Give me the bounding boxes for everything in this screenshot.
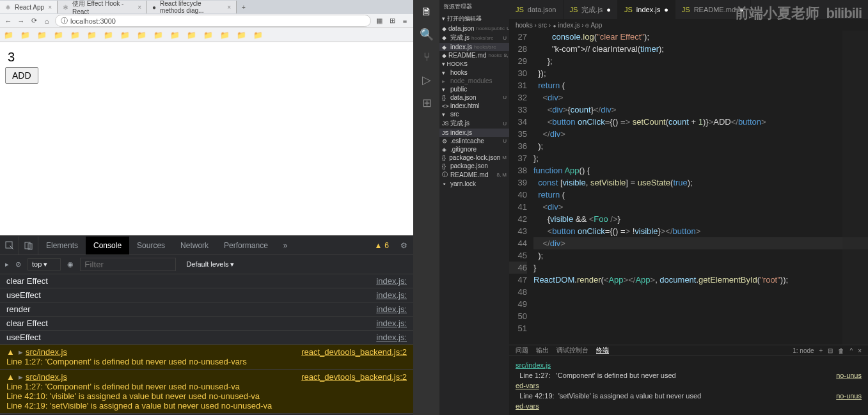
reload-icon[interactable]: ⟳ (29, 17, 38, 25)
close-icon[interactable]: × (227, 4, 231, 11)
bookmark-folder[interactable]: 📁 (170, 31, 179, 40)
new-tab-button[interactable]: + (237, 4, 251, 11)
workspace-section[interactable]: ▾ HOOKS (439, 59, 509, 68)
terminal-tab[interactable]: 输出 (536, 346, 549, 355)
debug-icon[interactable]: ▷ (422, 73, 431, 87)
tree-item[interactable]: ▾hooks (439, 68, 509, 77)
open-editor-item[interactable]: ◆README.md hooks8, M (439, 51, 509, 59)
code-editor[interactable]: 2728293031323334353637383940414243444546… (509, 31, 868, 345)
extensions-icon[interactable]: ⊞ (422, 96, 432, 110)
log-warning[interactable]: ▲▸src/index.jsreact_devtools_backend.js:… (0, 370, 413, 414)
bookmark-folder[interactable]: 📁 (187, 31, 196, 40)
menu-icon[interactable]: ≡ (400, 17, 409, 25)
close-icon[interactable]: × (138, 4, 141, 11)
browser-tab[interactable]: ●React lifecycle methods diag...× (147, 1, 237, 13)
bookmark-folder[interactable]: 📁 (104, 31, 113, 40)
tree-item[interactable]: ▾public (439, 85, 509, 93)
log-row[interactable]: clear Effectindex.js: (0, 274, 413, 288)
tree-item[interactable]: {}data.jsonU (439, 93, 509, 102)
terminal-select[interactable]: 1: node (793, 347, 814, 354)
devtools-tab[interactable]: Console (86, 237, 129, 254)
devtools: ElementsConsoleSourcesNetworkPerformance… (0, 235, 413, 415)
devtools-tab[interactable]: Network (173, 237, 216, 254)
extension-icon[interactable]: ▦ (375, 17, 384, 25)
source-control-icon[interactable]: ⑂ (423, 51, 430, 64)
trash-icon[interactable]: 🗑 (838, 347, 844, 354)
qr-icon[interactable]: ⊞ (388, 17, 397, 25)
close-icon[interactable]: × (858, 347, 862, 354)
log-row[interactable]: useEffectindex.js: (0, 331, 413, 345)
bookmark-folder[interactable]: 📁 (4, 31, 13, 40)
open-editor-item[interactable]: ◆完成.js hooks/srcU (439, 33, 509, 43)
gear-icon[interactable]: ⚙ (394, 241, 413, 250)
terminal-tab[interactable]: 问题 (516, 346, 528, 355)
chevron-up-icon[interactable]: ^ (849, 347, 853, 354)
device-icon[interactable] (19, 237, 38, 254)
tree-item[interactable]: ⚙.eslintcacheU (439, 137, 509, 145)
inspect-icon[interactable] (0, 237, 19, 254)
log-row[interactable]: clear Effectindex.js: (0, 317, 413, 331)
tree-item[interactable]: ▸node_modules (439, 77, 509, 85)
tree-item[interactable]: {}package-lock.jsonM (439, 153, 509, 162)
editor-tab[interactable]: JS 完成.js ● (564, 0, 619, 19)
bookmark-folder[interactable]: 📁 (70, 31, 79, 40)
devtools-tab[interactable]: Performance (216, 237, 276, 254)
plus-icon[interactable]: + (819, 347, 823, 354)
devtools-tab[interactable]: Elements (38, 237, 86, 254)
bookmark-folder[interactable]: 📁 (54, 31, 63, 40)
bookmark-folder[interactable]: 📁 (154, 31, 162, 40)
bookmark-folder[interactable]: 📁 (137, 31, 146, 40)
tree-item[interactable]: JS完成.jsU (439, 118, 509, 129)
back-icon[interactable]: ← (4, 17, 13, 25)
url-input[interactable]: ⓘlocalhost:3000 (55, 15, 371, 27)
devtools-tab[interactable]: Sources (129, 237, 173, 254)
tree-item[interactable]: <>index.html (439, 102, 509, 110)
bookmark-folder[interactable]: 📁 (253, 31, 262, 40)
editor-tab[interactable]: JS index.js ● (618, 0, 675, 19)
terminal-tab[interactable]: 终端 (596, 346, 609, 355)
split-icon[interactable]: ⊟ (828, 347, 833, 354)
play-icon[interactable]: ▸ (5, 260, 9, 269)
bookmark-folder[interactable]: 📁 (20, 31, 29, 40)
eye-icon[interactable]: ◉ (67, 260, 74, 269)
clear-icon[interactable]: ⊘ (15, 260, 21, 269)
context-select[interactable]: top ▾ (28, 258, 61, 270)
bookmark-folder[interactable]: 📁 (220, 31, 229, 40)
forward-icon[interactable]: → (17, 17, 26, 25)
explorer-icon[interactable]: 🗎 (421, 5, 432, 19)
terminal-tab[interactable]: 调试控制台 (556, 346, 588, 355)
add-button[interactable]: ADD (5, 67, 38, 84)
bookmark-folder[interactable]: 📁 (37, 31, 46, 40)
tree-item[interactable]: ⚬yarn.lock (439, 180, 509, 188)
filter-input[interactable] (80, 258, 176, 271)
close-icon[interactable]: × (48, 4, 52, 11)
bookmark-folder[interactable]: 📁 (237, 31, 246, 40)
terminal-output[interactable]: src/index.js Line 1:27: 'Component' is d… (509, 356, 868, 415)
levels-select[interactable]: Default levels ▾ (182, 259, 247, 270)
search-icon[interactable]: 🔍 (420, 27, 434, 42)
tab-more[interactable]: » (276, 237, 296, 254)
code-content[interactable]: console.log("clear Effect"); "k-com">// … (533, 31, 868, 345)
line-gutter: 2728293031323334353637383940414243444546… (509, 31, 533, 345)
warning-icon: ▲ (374, 241, 382, 250)
log-row[interactable]: renderindex.js: (0, 302, 413, 317)
bookmark-folder[interactable]: 📁 (87, 31, 96, 40)
warning-badge[interactable]: ▲6 (369, 241, 394, 250)
editor-tab[interactable]: JS data.json (509, 0, 564, 19)
open-editor-item[interactable]: ◆index.js hooks/src (439, 43, 509, 51)
log-warning[interactable]: ▲▸src/index.jsreact_devtools_backend.js:… (0, 345, 413, 370)
tree-item[interactable]: ◈.gitignore (439, 145, 509, 153)
bookmark-folder[interactable]: 📁 (203, 31, 212, 40)
tree-item[interactable]: ⓘREADME.md8, M (439, 170, 509, 180)
tree-item[interactable]: JSindex.js (439, 129, 509, 137)
tree-item[interactable]: ▾src (439, 110, 509, 118)
log-row[interactable]: useEffectindex.js: (0, 288, 413, 302)
tree-item[interactable]: {}package.json (439, 162, 509, 170)
open-editors-section[interactable]: ▾ 打开的编辑器 (439, 13, 509, 24)
home-icon[interactable]: ⌂ (42, 17, 51, 25)
bookmark-folder[interactable]: 📁 (120, 31, 129, 40)
minimap[interactable] (842, 31, 868, 345)
browser-tab[interactable]: ⚛React App× (0, 1, 58, 13)
browser-tab[interactable]: ⚛使用 Effect Hook - React× (58, 1, 147, 13)
open-editor-item[interactable]: ◆data.json hooks/publicU (439, 24, 509, 33)
